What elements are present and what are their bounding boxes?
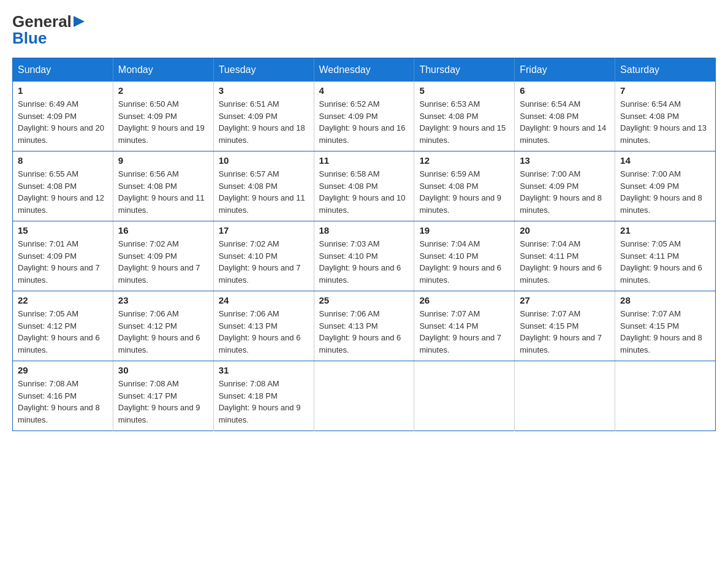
calendar-cell: 30 Sunrise: 7:08 AM Sunset: 4:17 PM Dayl… bbox=[113, 361, 213, 431]
day-number: 20 bbox=[520, 225, 610, 236]
day-info: Sunrise: 6:59 AM Sunset: 4:08 PM Dayligh… bbox=[419, 168, 509, 216]
calendar-cell bbox=[515, 361, 615, 431]
day-header-sunday: Sunday bbox=[13, 58, 113, 82]
calendar-cell bbox=[615, 361, 716, 431]
calendar-week-row: 1 Sunrise: 6:49 AM Sunset: 4:09 PM Dayli… bbox=[13, 82, 716, 151]
day-number: 6 bbox=[520, 85, 610, 96]
logo-blue-text: Blue bbox=[12, 29, 47, 47]
calendar-cell: 29 Sunrise: 7:08 AM Sunset: 4:16 PM Dayl… bbox=[13, 361, 113, 431]
day-number: 7 bbox=[620, 85, 710, 96]
day-number: 18 bbox=[319, 225, 409, 236]
day-info: Sunrise: 7:02 AM Sunset: 4:09 PM Dayligh… bbox=[118, 238, 208, 286]
day-number: 27 bbox=[520, 295, 610, 305]
day-number: 8 bbox=[18, 155, 108, 166]
calendar-cell: 14 Sunrise: 7:00 AM Sunset: 4:09 PM Dayl… bbox=[615, 151, 716, 221]
day-number: 9 bbox=[118, 155, 208, 166]
calendar-cell bbox=[414, 361, 515, 431]
logo: General Blue bbox=[12, 12, 86, 48]
day-info: Sunrise: 6:54 AM Sunset: 4:08 PM Dayligh… bbox=[520, 98, 610, 146]
day-header-friday: Friday bbox=[515, 58, 615, 82]
calendar-cell: 7 Sunrise: 6:54 AM Sunset: 4:08 PM Dayli… bbox=[615, 82, 716, 151]
calendar-cell: 2 Sunrise: 6:50 AM Sunset: 4:09 PM Dayli… bbox=[113, 82, 213, 151]
calendar-cell: 3 Sunrise: 6:51 AM Sunset: 4:09 PM Dayli… bbox=[213, 82, 314, 151]
day-header-wednesday: Wednesday bbox=[314, 58, 414, 82]
day-info: Sunrise: 6:49 AM Sunset: 4:09 PM Dayligh… bbox=[18, 98, 108, 146]
calendar-cell bbox=[314, 361, 414, 431]
day-info: Sunrise: 7:07 AM Sunset: 4:14 PM Dayligh… bbox=[419, 308, 509, 356]
day-info: Sunrise: 6:51 AM Sunset: 4:09 PM Dayligh… bbox=[219, 98, 309, 146]
day-number: 10 bbox=[219, 155, 309, 166]
day-header-thursday: Thursday bbox=[414, 58, 515, 82]
day-header-saturday: Saturday bbox=[615, 58, 716, 82]
day-number: 17 bbox=[219, 225, 309, 236]
day-info: Sunrise: 7:04 AM Sunset: 4:10 PM Dayligh… bbox=[419, 238, 509, 286]
calendar-cell: 24 Sunrise: 7:06 AM Sunset: 4:13 PM Dayl… bbox=[213, 291, 314, 361]
day-number: 2 bbox=[118, 85, 208, 96]
calendar-cell: 25 Sunrise: 7:06 AM Sunset: 4:13 PM Dayl… bbox=[314, 291, 414, 361]
day-header-tuesday: Tuesday bbox=[213, 58, 314, 82]
calendar-cell: 28 Sunrise: 7:07 AM Sunset: 4:15 PM Dayl… bbox=[615, 291, 716, 361]
day-info: Sunrise: 7:02 AM Sunset: 4:10 PM Dayligh… bbox=[219, 238, 309, 286]
day-info: Sunrise: 7:00 AM Sunset: 4:09 PM Dayligh… bbox=[620, 168, 710, 216]
day-info: Sunrise: 6:53 AM Sunset: 4:08 PM Dayligh… bbox=[419, 98, 509, 146]
day-number: 25 bbox=[319, 295, 409, 305]
page-header: General Blue bbox=[12, 12, 716, 48]
day-header-monday: Monday bbox=[113, 58, 213, 82]
day-info: Sunrise: 7:07 AM Sunset: 4:15 PM Dayligh… bbox=[520, 308, 610, 356]
day-info: Sunrise: 7:03 AM Sunset: 4:10 PM Dayligh… bbox=[319, 238, 409, 286]
day-number: 12 bbox=[419, 155, 509, 166]
day-info: Sunrise: 7:06 AM Sunset: 4:13 PM Dayligh… bbox=[319, 308, 409, 356]
calendar-cell: 17 Sunrise: 7:02 AM Sunset: 4:10 PM Dayl… bbox=[213, 221, 314, 291]
calendar-week-row: 8 Sunrise: 6:55 AM Sunset: 4:08 PM Dayli… bbox=[13, 151, 716, 221]
day-number: 16 bbox=[118, 225, 208, 236]
calendar-week-row: 29 Sunrise: 7:08 AM Sunset: 4:16 PM Dayl… bbox=[13, 361, 716, 431]
calendar-cell: 12 Sunrise: 6:59 AM Sunset: 4:08 PM Dayl… bbox=[414, 151, 515, 221]
calendar-table: SundayMondayTuesdayWednesdayThursdayFrid… bbox=[12, 58, 716, 431]
calendar-cell: 18 Sunrise: 7:03 AM Sunset: 4:10 PM Dayl… bbox=[314, 221, 414, 291]
calendar-cell: 27 Sunrise: 7:07 AM Sunset: 4:15 PM Dayl… bbox=[515, 291, 615, 361]
day-info: Sunrise: 7:05 AM Sunset: 4:12 PM Dayligh… bbox=[18, 308, 108, 356]
day-info: Sunrise: 7:06 AM Sunset: 4:12 PM Dayligh… bbox=[118, 308, 208, 356]
day-number: 14 bbox=[620, 155, 710, 166]
calendar-cell: 4 Sunrise: 6:52 AM Sunset: 4:09 PM Dayli… bbox=[314, 82, 414, 151]
day-info: Sunrise: 7:06 AM Sunset: 4:13 PM Dayligh… bbox=[219, 308, 309, 356]
calendar-cell: 15 Sunrise: 7:01 AM Sunset: 4:09 PM Dayl… bbox=[13, 221, 113, 291]
day-info: Sunrise: 7:05 AM Sunset: 4:11 PM Dayligh… bbox=[620, 238, 710, 286]
day-number: 21 bbox=[620, 225, 710, 236]
calendar-cell: 8 Sunrise: 6:55 AM Sunset: 4:08 PM Dayli… bbox=[13, 151, 113, 221]
day-info: Sunrise: 7:00 AM Sunset: 4:09 PM Dayligh… bbox=[520, 168, 610, 216]
day-info: Sunrise: 6:55 AM Sunset: 4:08 PM Dayligh… bbox=[18, 168, 108, 216]
calendar-week-row: 15 Sunrise: 7:01 AM Sunset: 4:09 PM Dayl… bbox=[13, 221, 716, 291]
day-info: Sunrise: 7:08 AM Sunset: 4:18 PM Dayligh… bbox=[219, 378, 309, 426]
day-number: 15 bbox=[18, 225, 108, 236]
day-number: 3 bbox=[219, 85, 309, 96]
day-number: 13 bbox=[520, 155, 610, 166]
day-info: Sunrise: 7:07 AM Sunset: 4:15 PM Dayligh… bbox=[620, 308, 710, 356]
day-number: 19 bbox=[419, 225, 509, 236]
day-number: 4 bbox=[319, 85, 409, 96]
calendar-cell: 10 Sunrise: 6:57 AM Sunset: 4:08 PM Dayl… bbox=[213, 151, 314, 221]
logo-arrow-icon bbox=[74, 15, 86, 28]
calendar-cell: 31 Sunrise: 7:08 AM Sunset: 4:18 PM Dayl… bbox=[213, 361, 314, 431]
day-number: 30 bbox=[118, 365, 208, 375]
calendar-cell: 26 Sunrise: 7:07 AM Sunset: 4:14 PM Dayl… bbox=[414, 291, 515, 361]
calendar-week-row: 22 Sunrise: 7:05 AM Sunset: 4:12 PM Dayl… bbox=[13, 291, 716, 361]
calendar-cell: 13 Sunrise: 7:00 AM Sunset: 4:09 PM Dayl… bbox=[515, 151, 615, 221]
calendar-cell: 23 Sunrise: 7:06 AM Sunset: 4:12 PM Dayl… bbox=[113, 291, 213, 361]
calendar-cell: 22 Sunrise: 7:05 AM Sunset: 4:12 PM Dayl… bbox=[13, 291, 113, 361]
day-number: 31 bbox=[219, 365, 309, 375]
calendar-cell: 1 Sunrise: 6:49 AM Sunset: 4:09 PM Dayli… bbox=[13, 82, 113, 151]
calendar-cell: 11 Sunrise: 6:58 AM Sunset: 4:08 PM Dayl… bbox=[314, 151, 414, 221]
calendar-cell: 21 Sunrise: 7:05 AM Sunset: 4:11 PM Dayl… bbox=[615, 221, 716, 291]
day-info: Sunrise: 6:54 AM Sunset: 4:08 PM Dayligh… bbox=[620, 98, 710, 146]
day-number: 22 bbox=[18, 295, 108, 305]
day-number: 26 bbox=[419, 295, 509, 305]
day-info: Sunrise: 7:04 AM Sunset: 4:11 PM Dayligh… bbox=[520, 238, 610, 286]
day-info: Sunrise: 6:52 AM Sunset: 4:09 PM Dayligh… bbox=[319, 98, 409, 146]
day-number: 5 bbox=[419, 85, 509, 96]
day-info: Sunrise: 7:08 AM Sunset: 4:17 PM Dayligh… bbox=[118, 378, 208, 426]
calendar-cell: 19 Sunrise: 7:04 AM Sunset: 4:10 PM Dayl… bbox=[414, 221, 515, 291]
calendar-cell: 9 Sunrise: 6:56 AM Sunset: 4:08 PM Dayli… bbox=[113, 151, 213, 221]
calendar-cell: 5 Sunrise: 6:53 AM Sunset: 4:08 PM Dayli… bbox=[414, 82, 515, 151]
svg-marker-0 bbox=[74, 16, 85, 27]
